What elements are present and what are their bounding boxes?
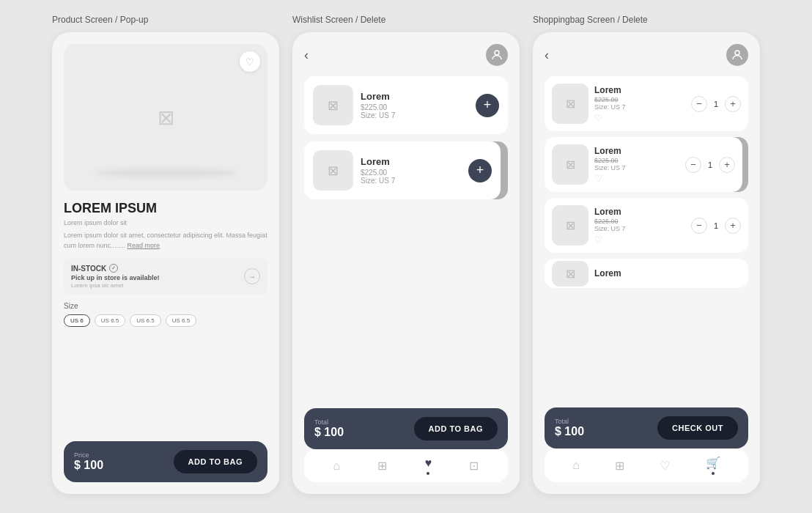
item2-image: ⊠ bbox=[313, 150, 353, 191]
pickup-text: Pick up in store is available! bbox=[71, 274, 244, 281]
arrow-right-icon[interactable]: → bbox=[244, 268, 260, 284]
bag-user-avatar[interactable] bbox=[726, 44, 748, 66]
bag-item2-price: $225.00 bbox=[594, 157, 679, 164]
bag-nav-home[interactable]: ⌂ bbox=[572, 459, 580, 472]
bag-screen-frame: ‹ ⊠ Lorem $225.00 Size: US 7 ♡ bbox=[533, 32, 760, 494]
bag-item3-qty-controls: − 1 + bbox=[691, 218, 741, 234]
item1-info: Lorem $225.00 Size: US 7 bbox=[361, 91, 468, 119]
size-options: US 6 US 6.5 US 6.5 US 6.5 bbox=[64, 314, 267, 327]
read-more-link[interactable]: Read more bbox=[128, 242, 160, 249]
product-subtitle: Lorem ipsum dolor sit bbox=[64, 219, 267, 226]
item1-image: ⊠ bbox=[313, 85, 353, 125]
product-title: LOREM IPSUM bbox=[64, 201, 267, 216]
bag-item2-heart[interactable]: ♡ bbox=[594, 174, 679, 184]
wishlist-heart-icon[interactable]: ♡ bbox=[240, 51, 260, 72]
bag-item-1: ⊠ Lorem $225.00 Size: US 7 ♡ − 1 + bbox=[545, 76, 748, 131]
qty2-value: 1 bbox=[706, 160, 715, 169]
wishlist-screen-frame: ‹ ⊠ Lorem $225.00 Size: US 7 + bbox=[292, 32, 520, 494]
item1-name: Lorem bbox=[361, 91, 468, 102]
instock-label: IN-STOCK ✓ bbox=[71, 264, 244, 273]
bag-item1-price: $225.00 bbox=[594, 96, 685, 103]
size-btn-65a[interactable]: US 6.5 bbox=[95, 314, 125, 327]
back-button[interactable]: ‹ bbox=[304, 48, 309, 63]
svg-point-1 bbox=[735, 51, 739, 55]
product-description: Lorem ipsum dolor sit amet, consectetur … bbox=[64, 231, 267, 251]
bag-item2-image: ⊠ bbox=[552, 144, 588, 185]
item2-size: Size: US 7 bbox=[361, 177, 461, 185]
bag-item1-size: Size: US 7 bbox=[594, 103, 685, 111]
qty3-plus-button[interactable]: + bbox=[725, 218, 741, 234]
qty2-minus-button[interactable]: − bbox=[685, 157, 701, 173]
bag-header: ‹ bbox=[545, 44, 748, 66]
item2-add-button[interactable]: + bbox=[468, 159, 492, 182]
instock-box: IN-STOCK ✓ Pick up in store is available… bbox=[64, 258, 267, 295]
screen2-label: Wishlist Screen / Delete bbox=[292, 15, 520, 25]
bag-cart-active-icon: 🛒 bbox=[706, 456, 720, 470]
bag-item1-image: ⊠ bbox=[552, 84, 588, 124]
bag-screen: ‹ ⊠ Lorem $225.00 Size: US 7 ♡ bbox=[545, 44, 748, 482]
item2-info: Lorem $225.00 Size: US 7 bbox=[361, 156, 461, 185]
nav-cart[interactable]: ⊡ bbox=[469, 459, 479, 473]
bag-nav-cart-active[interactable]: 🛒 bbox=[706, 456, 720, 475]
check-circle-icon: ✓ bbox=[109, 264, 118, 273]
size-label: Size bbox=[64, 302, 267, 310]
nav-home[interactable]: ⌂ bbox=[333, 460, 341, 473]
wishlist-nav-bar: ⌂ ⊞ ♥ ⊡ bbox=[304, 449, 508, 482]
screen1-container: Product Screen / Pop-up ⊠ ♡ LOREM IPSUM … bbox=[52, 15, 279, 494]
checkout-button[interactable]: CHECK OUT bbox=[657, 416, 738, 440]
qty3-minus-button[interactable]: − bbox=[691, 218, 707, 234]
bag-item-2-wrapper: ⊠ Lorem $225.00 Size: US 7 ♡ − 1 + bbox=[545, 137, 748, 192]
bag-heart-icon: ♡ bbox=[660, 459, 670, 473]
bag-bottom-bar: Total $ 100 CHECK OUT bbox=[545, 407, 748, 449]
product-image-icon: ⊠ bbox=[158, 106, 174, 130]
bag-nav-grid[interactable]: ⊞ bbox=[615, 459, 624, 473]
bag-item1-name: Lorem bbox=[594, 85, 685, 95]
bag-back-button[interactable]: ‹ bbox=[545, 48, 549, 63]
store-link[interactable]: Lorem ipsa sic amet bbox=[71, 282, 244, 289]
qty1-value: 1 bbox=[712, 100, 720, 108]
nav-heart-active[interactable]: ♥ bbox=[425, 457, 432, 475]
instock-left: IN-STOCK ✓ Pick up in store is available… bbox=[71, 264, 244, 289]
bag-item-2: ⊠ Lorem $225.00 Size: US 7 ♡ − 1 + bbox=[545, 137, 742, 192]
screen3-label: Shoppingbag Screen / Delete bbox=[533, 15, 760, 25]
wishlist-add-to-bag-button[interactable]: ADD TO BAG bbox=[414, 417, 498, 440]
bag-item4-name: Lorem bbox=[594, 268, 741, 278]
product-image-area: ⊠ ♡ bbox=[64, 44, 267, 191]
item1-add-button[interactable]: + bbox=[476, 94, 499, 117]
bag-item2-name: Lorem bbox=[594, 146, 679, 156]
bag-item3-price: $225.00 bbox=[594, 218, 685, 225]
price-section: Price $ 100 bbox=[74, 451, 103, 472]
product-screen: ⊠ ♡ LOREM IPSUM Lorem ipsum dolor sit Lo… bbox=[64, 44, 267, 482]
screen3-container: Shoppingbag Screen / Delete ‹ ⊠ Lorem $2… bbox=[533, 15, 760, 494]
bag-item1-heart[interactable]: ♡ bbox=[594, 113, 685, 123]
bag-item2-size: Size: US 7 bbox=[594, 164, 679, 171]
size-btn-65b[interactable]: US 6.5 bbox=[130, 314, 160, 327]
wishlist-items-list: ⊠ Lorem $225.00 Size: US 7 + bbox=[304, 76, 508, 401]
home-icon: ⌂ bbox=[333, 460, 341, 473]
bag-item3-heart[interactable]: ♡ bbox=[594, 235, 685, 245]
add-to-bag-button[interactable]: ADD TO BAG bbox=[174, 450, 257, 473]
wishlist-header: ‹ bbox=[304, 44, 508, 66]
item2-name: Lorem bbox=[361, 156, 461, 167]
heart-active-icon: ♥ bbox=[425, 457, 432, 470]
user-avatar[interactable] bbox=[486, 44, 508, 66]
qty2-plus-button[interactable]: + bbox=[719, 157, 735, 173]
bag-nav-active-dot bbox=[712, 472, 715, 475]
size-btn-65c[interactable]: US 6.5 bbox=[166, 314, 196, 327]
nav-grid[interactable]: ⊞ bbox=[377, 459, 387, 473]
cart-icon: ⊡ bbox=[469, 459, 479, 473]
size-btn-6[interactable]: US 6 bbox=[64, 314, 90, 327]
qty1-minus-button[interactable]: − bbox=[691, 96, 707, 112]
bag-item2-qty-controls: − 1 + bbox=[685, 157, 735, 173]
grid-icon: ⊞ bbox=[377, 459, 387, 473]
bag-total-value: $ 100 bbox=[555, 425, 584, 438]
wishlist-item-2: ⊠ Lorem $225.00 Size: US 7 + bbox=[304, 141, 501, 199]
bag-nav-heart[interactable]: ♡ bbox=[660, 459, 670, 473]
qty1-plus-button[interactable]: + bbox=[725, 96, 741, 112]
size-section: Size US 6 US 6.5 US 6.5 US 6.5 bbox=[64, 302, 267, 327]
item1-price: $225.00 bbox=[361, 103, 468, 111]
wishlist-item-1: ⊠ Lorem $225.00 Size: US 7 + bbox=[304, 76, 508, 134]
screen1-label: Product Screen / Pop-up bbox=[52, 15, 279, 25]
bag-item1-info: Lorem $225.00 Size: US 7 ♡ bbox=[594, 85, 685, 123]
bag-item2-info: Lorem $225.00 Size: US 7 ♡ bbox=[594, 146, 679, 184]
